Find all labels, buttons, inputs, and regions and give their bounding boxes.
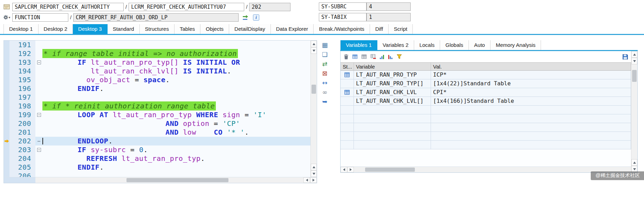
breakpoint-margin[interactable] bbox=[4, 41, 9, 49]
scroll-thumb[interactable] bbox=[126, 178, 228, 182]
code-text[interactable] bbox=[42, 172, 310, 177]
filter-icon[interactable] bbox=[396, 54, 402, 59]
code-line-193[interactable]: 193 IF lt_aut_ran_pro_typ[] IS INITIAL O… bbox=[4, 58, 310, 67]
vars-tab-globals[interactable]: Globals bbox=[440, 40, 469, 50]
sy-subrc-value-field[interactable]: 4 bbox=[366, 2, 411, 11]
code-text[interactable] bbox=[42, 93, 310, 102]
code-line-199[interactable]: 199 LOOP AT lt_aut_ran_pro_typ WHERE sig… bbox=[4, 111, 310, 119]
variable-row[interactable] bbox=[341, 132, 631, 141]
tab-objects[interactable]: Objects bbox=[200, 24, 229, 34]
variable-name-cell[interactable] bbox=[354, 106, 431, 114]
tab-data-explorer[interactable]: Data Explorer bbox=[271, 24, 314, 34]
line-number-field[interactable]: 202 bbox=[249, 3, 290, 11]
code-line-205[interactable]: 205 ENDIF. bbox=[4, 163, 310, 172]
scroll-right-button[interactable] bbox=[310, 177, 317, 183]
code-text[interactable]: ov_obj_act = space. bbox=[42, 76, 310, 84]
scroll-left-button[interactable] bbox=[341, 167, 347, 172]
tab-desktop-2[interactable]: Desktop 2 bbox=[39, 24, 73, 34]
tab-structures[interactable]: Structures bbox=[140, 24, 174, 34]
breakpoint-margin[interactable] bbox=[4, 137, 9, 145]
variable-name-cell[interactable] bbox=[354, 132, 431, 141]
editor-vertical-scrollbar[interactable] bbox=[310, 41, 317, 177]
variable-row[interactable] bbox=[341, 106, 631, 114]
breakpoint-margin[interactable] bbox=[4, 93, 9, 102]
goto-statement-icon[interactable]: ➥ bbox=[322, 98, 327, 105]
unlink-icon[interactable]: ∞ bbox=[322, 89, 328, 96]
info-icon[interactable]: i bbox=[253, 14, 259, 21]
layout-icon[interactable] bbox=[352, 54, 358, 59]
tab-tables[interactable]: Tables bbox=[174, 24, 200, 34]
variable-value-cell[interactable]: [1x4(166)]Standard Table bbox=[431, 97, 631, 106]
column-header-value[interactable]: Val. bbox=[431, 63, 631, 70]
breakpoint-margin[interactable] bbox=[4, 67, 9, 76]
variable-value-cell[interactable] bbox=[431, 106, 631, 114]
code-line-206[interactable]: 206 bbox=[4, 172, 310, 177]
breakpoint-margin[interactable] bbox=[4, 49, 9, 58]
new-page-icon[interactable]: ❏ bbox=[322, 51, 328, 58]
breakpoint-margin[interactable] bbox=[4, 145, 9, 154]
scroll-track[interactable] bbox=[35, 177, 303, 183]
scroll-up-button[interactable] bbox=[631, 159, 637, 166]
delete-icon[interactable] bbox=[343, 54, 349, 60]
variable-value-cell[interactable] bbox=[431, 132, 631, 141]
code-text[interactable]: ENDIF. bbox=[42, 84, 310, 93]
fold-toggle-icon[interactable] bbox=[35, 111, 42, 119]
tab-standard[interactable]: Standard bbox=[108, 24, 140, 34]
resize-horizontal-icon[interactable]: ↔ bbox=[322, 79, 327, 86]
sy-subrc-label-field[interactable]: SY-SUBRC bbox=[319, 2, 366, 11]
code-viewport[interactable]: 191192* if range table initial => no aut… bbox=[4, 41, 310, 177]
close-view-icon[interactable]: ⊠ bbox=[322, 70, 327, 77]
breakpoint-margin[interactable] bbox=[4, 58, 9, 67]
variable-value-cell[interactable]: CPI* bbox=[431, 88, 631, 97]
scroll-down-button[interactable] bbox=[311, 47, 317, 54]
code-text[interactable]: AND low CO '* '. bbox=[42, 128, 310, 137]
code-line-196[interactable]: 196 ENDIF. bbox=[4, 84, 310, 93]
breakpoint-margin[interactable] bbox=[4, 84, 9, 93]
scroll-thumb[interactable] bbox=[311, 85, 316, 94]
breakpoint-margin[interactable] bbox=[4, 111, 9, 119]
code-line-203[interactable]: 203 IF sy-subrc = 0. bbox=[4, 145, 310, 154]
code-text[interactable] bbox=[42, 41, 310, 49]
code-line-204[interactable]: 204 REFRESH lt_aut_ran_pro_typ. bbox=[4, 154, 310, 163]
tab-break-watchpoints[interactable]: Break./Watchpoints bbox=[314, 24, 370, 34]
scroll-right-button[interactable] bbox=[347, 167, 354, 172]
code-text[interactable]: ENDIF. bbox=[42, 163, 310, 172]
vars-vertical-scrollbar[interactable] bbox=[631, 51, 637, 172]
scroll-up-button[interactable] bbox=[631, 51, 637, 58]
tab-detaildisplay[interactable]: DetailDisplay bbox=[229, 24, 271, 34]
variable-value-cell[interactable] bbox=[431, 141, 631, 149]
variable-value-cell[interactable]: ICP* bbox=[431, 71, 631, 79]
code-text[interactable]: ENDLOOP. bbox=[42, 137, 310, 145]
display-change-icon[interactable] bbox=[241, 15, 249, 20]
variable-name-cell[interactable] bbox=[354, 141, 431, 149]
breakpoint-margin[interactable] bbox=[4, 172, 9, 177]
variable-name-cell[interactable] bbox=[354, 114, 431, 123]
scroll-track[interactable] bbox=[354, 167, 631, 172]
save-icon[interactable] bbox=[622, 54, 628, 60]
services-grid-icon[interactable]: ▦ bbox=[322, 42, 328, 49]
code-line-198[interactable]: 198* if * reinit authorization range tab… bbox=[4, 102, 310, 111]
code-line-202[interactable]: 202 ENDLOOP. bbox=[4, 137, 310, 145]
code-text[interactable]: REFRESH lt_aut_ran_pro_typ. bbox=[42, 154, 310, 163]
breakpoint-margin[interactable] bbox=[4, 119, 9, 128]
code-line-192[interactable]: 192* if range table initial => no author… bbox=[4, 49, 310, 58]
fold-toggle-icon[interactable] bbox=[35, 58, 42, 67]
scroll-up-button[interactable] bbox=[311, 164, 317, 170]
variable-value-cell[interactable] bbox=[431, 114, 631, 123]
breakpoint-margin[interactable] bbox=[4, 128, 9, 137]
code-text[interactable]: lt_aut_ran_chk_lvl[] IS INITIAL. bbox=[42, 67, 310, 76]
editor-horizontal-scrollbar[interactable] bbox=[4, 177, 317, 183]
code-line-200[interactable]: 200 AND option = 'CP' bbox=[4, 119, 310, 128]
variable-row[interactable]: LT_AUT_RAN_PRO_TYP[][1x4(22)]Standard Ta… bbox=[341, 79, 631, 88]
variable-value-cell[interactable]: [1x4(22)]Standard Table bbox=[431, 79, 631, 88]
variable-name-cell[interactable]: LT_AUT_RAN_PRO_TYP[] bbox=[354, 79, 431, 88]
variable-row[interactable] bbox=[341, 123, 631, 132]
scroll-thumb[interactable] bbox=[365, 168, 415, 172]
variable-name-cell[interactable]: LT_AUT_RAN_PRO_TYP bbox=[354, 71, 431, 79]
scroll-left-button[interactable] bbox=[303, 177, 310, 183]
code-text[interactable]: IF lt_aut_ran_pro_typ[] IS INITIAL OR bbox=[42, 58, 310, 67]
scroll-up-button[interactable] bbox=[311, 41, 317, 47]
tab-desktop-3[interactable]: Desktop 3 bbox=[73, 24, 108, 34]
variable-row[interactable]: LT_AUT_RAN_CHK_LVL[][1x4(166)]Standard T… bbox=[341, 97, 631, 106]
code-line-201[interactable]: 201 AND low CO '* '. bbox=[4, 128, 310, 137]
